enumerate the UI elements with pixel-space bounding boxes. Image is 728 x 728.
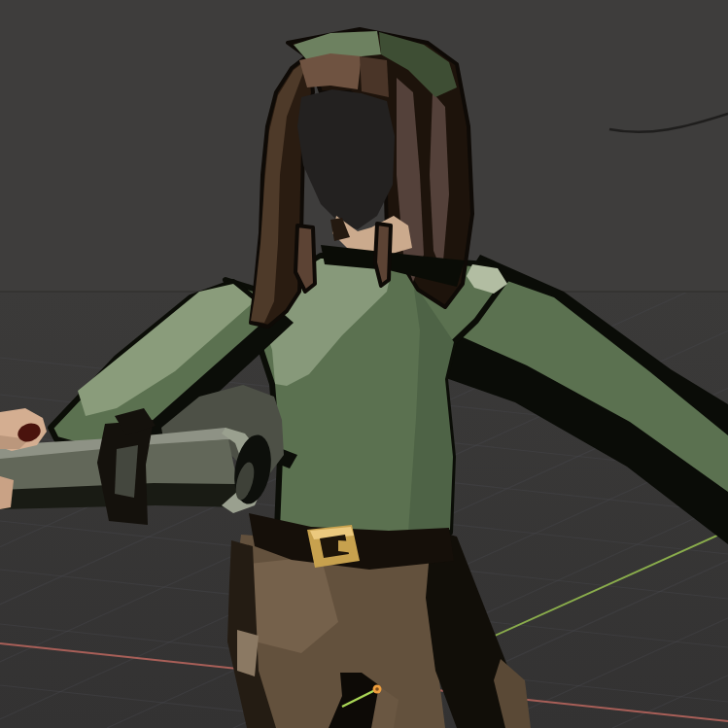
- belt-buckle-tab: [338, 540, 354, 553]
- fringe-light: [299, 53, 362, 89]
- object-origin-core: [375, 687, 379, 691]
- viewport-canvas[interactable]: [0, 0, 728, 728]
- hanging-strand-right: [375, 224, 391, 286]
- fringe-mid: [360, 56, 389, 97]
- spyglass-clamp-inner: [115, 445, 138, 498]
- 3d-viewport[interactable]: [0, 0, 728, 728]
- hanging-strand-left: [295, 225, 315, 292]
